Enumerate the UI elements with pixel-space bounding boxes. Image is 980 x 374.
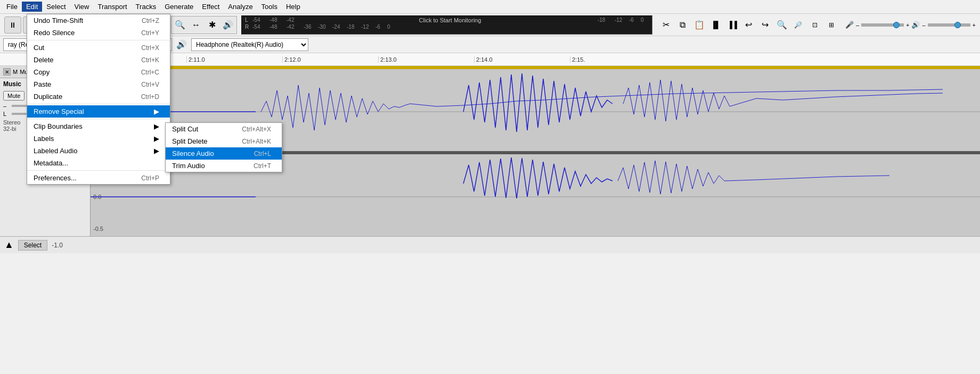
menu-undo[interactable]: Undo Time-Shift Ctrl+Z (27, 14, 170, 27)
menu-redo-shortcut: Ctrl+Y (141, 29, 159, 37)
menu-labeled-audio[interactable]: Labeled Audio ▶ (27, 145, 170, 157)
paste-icon[interactable]: 📋 (692, 18, 707, 32)
menu-duplicate-label: Duplicate (34, 93, 62, 101)
vu-r-label: R (245, 24, 250, 30)
vu-meter-area: L -54 -48 -42 Click to Start Monitoring … (241, 15, 652, 35)
multi-tool[interactable]: ✱ (205, 18, 219, 32)
vu-scale-neg42: -42 (287, 17, 303, 23)
menu-delete-shortcut: Ctrl+K (141, 56, 159, 64)
trim-audio-label: Trim Audio (172, 162, 205, 170)
mute-btn[interactable]: Mute (3, 91, 24, 101)
status-bar: ▲ Select -1.0 (0, 236, 980, 253)
menu-clip-label: Clip Boundaries (34, 122, 83, 130)
menu-labels[interactable]: Labels ▶ (27, 132, 170, 145)
input-plus: + (906, 22, 909, 28)
svg-text:-0.5: -0.5 (93, 226, 103, 232)
output-minus: – (922, 22, 925, 28)
output-slider[interactable] (928, 23, 970, 27)
menu-paste-shortcut: Ctrl+V (141, 81, 159, 88)
menu-remove-special[interactable]: Remove Special ▶ (27, 105, 170, 118)
silence-audio-shortcut: Ctrl+L (254, 150, 271, 157)
menu-copy[interactable]: Copy Ctrl+C (27, 66, 170, 78)
menu-tracks[interactable]: Tracks (132, 2, 161, 12)
ruler-mark-4: 2:14.0 (474, 56, 570, 63)
menu-edit[interactable]: Edit (22, 2, 42, 12)
zoom-in-icon[interactable]: 🔍 (774, 18, 789, 32)
output-plus: + (973, 22, 976, 28)
vu-scale-neg54: -54 (252, 17, 268, 23)
track-mute-btn[interactable]: M (13, 69, 18, 75)
menu-tools[interactable]: Tools (257, 2, 282, 12)
menu-copy-shortcut: Ctrl+C (141, 69, 159, 76)
right-toolbar: ✂ ⧉ 📋 ▐▌ ▐▐ ↩ ↪ 🔍 🔎 ⊡ ⊞ (657, 18, 841, 32)
undo-icon[interactable]: ↩ (741, 18, 756, 32)
vu-scale-neg6: -6 (629, 17, 640, 23)
vu-r-neg18: -18 (347, 24, 360, 30)
vu-l-label: L (245, 17, 250, 23)
menu-labels-label: Labels (34, 135, 54, 143)
vu-scale-neg18: -18 (598, 17, 614, 23)
silence-icon[interactable]: ▐▐ (725, 18, 740, 32)
silence-audio-label: Silence Audio (172, 149, 214, 157)
pause-btn[interactable]: ⏸ (4, 16, 21, 34)
split-delete-label: Split Delete (172, 137, 207, 145)
menu-delete-label: Delete (34, 56, 54, 64)
menu-metadata[interactable]: Metadata... (27, 157, 170, 169)
zoom-fit-icon[interactable]: ⊡ (807, 18, 822, 32)
split-cut-shortcut: Ctrl+Alt+X (242, 126, 271, 133)
vu-r-neg48: -48 (270, 24, 285, 30)
zoom-out-icon[interactable]: 🔎 (791, 18, 806, 32)
sep-3 (27, 119, 170, 119)
menu-view[interactable]: View (70, 2, 94, 12)
cut-icon[interactable]: ✂ (659, 18, 674, 32)
menu-silence-audio[interactable]: Silence Audio Ctrl+L (166, 147, 282, 160)
menu-analyze[interactable]: Analyze (224, 2, 257, 12)
menu-effect[interactable]: Effect (198, 2, 224, 12)
menu-split-cut[interactable]: Split Cut Ctrl+Alt+X (166, 123, 282, 135)
menu-select[interactable]: Select (42, 2, 70, 12)
menu-cut[interactable]: Cut Ctrl+X (27, 41, 170, 54)
menu-clip-boundaries[interactable]: Clip Boundaries ▶ (27, 120, 170, 132)
menu-preferences[interactable]: Preferences... Ctrl+P (27, 172, 170, 184)
trim-icon[interactable]: ▐▌ (708, 18, 723, 32)
speaker-output-icon[interactable]: 🔊 (175, 38, 188, 51)
vu-r-neg36: -36 (304, 24, 317, 30)
select-btn[interactable]: Select (18, 240, 47, 251)
menu-cut-shortcut: Ctrl+X (141, 44, 159, 52)
menu-split-delete[interactable]: Split Delete Ctrl+Alt+K (166, 135, 282, 147)
menu-transport[interactable]: Transport (93, 2, 131, 12)
menu-redo[interactable]: Redo Silence Ctrl+Y (27, 27, 170, 39)
output-device-select[interactable]: Headphone (Realtek(R) Audio) (191, 38, 308, 51)
ruler-mark-2: 2:12.0 (282, 56, 378, 63)
copy-icon[interactable]: ⧉ (675, 18, 690, 32)
vu-scale-neg48: -48 (270, 17, 285, 23)
ruler-mark-3: 2:13.0 (378, 56, 474, 63)
submenu-arrow-clip: ▶ (154, 122, 159, 130)
edit-menu-dropdown: Undo Time-Shift Ctrl+Z Redo Silence Ctrl… (27, 14, 170, 185)
click-to-monitor[interactable]: Click to Start Monitoring (304, 17, 597, 23)
record-tool[interactable]: 🔊 (220, 18, 235, 32)
track-close-btn[interactable]: ✕ (3, 68, 11, 76)
menu-paste[interactable]: Paste Ctrl+V (27, 78, 170, 90)
expand-icon[interactable]: ▲ (4, 239, 14, 251)
submenu-remove-special: Split Cut Ctrl+Alt+X Split Delete Ctrl+A… (165, 122, 282, 172)
menu-undo-shortcut: Ctrl+Z (142, 17, 159, 24)
timeshift-tool[interactable]: ↔ (189, 18, 203, 32)
menu-generate[interactable]: Generate (160, 2, 198, 12)
menu-duplicate[interactable]: Duplicate Ctrl+D (27, 90, 170, 103)
zoom-sel-icon[interactable]: ⊞ (824, 18, 839, 32)
pan-label: L (3, 111, 10, 117)
input-slider[interactable] (861, 23, 904, 27)
menu-file[interactable]: File (2, 2, 22, 12)
redo-icon[interactable]: ↪ (758, 18, 773, 32)
menu-delete[interactable]: Delete Ctrl+K (27, 54, 170, 66)
zoom-tool[interactable]: 🔍 (173, 18, 187, 32)
cursor-pos: -1.0 (52, 242, 63, 249)
menu-trim-audio[interactable]: Trim Audio Ctrl+T (166, 160, 282, 172)
sep-4 (27, 170, 170, 171)
ruler-mark-1: 2:11.0 (186, 56, 282, 63)
menu-help[interactable]: Help (282, 2, 305, 12)
menu-preferences-shortcut: Ctrl+P (141, 174, 159, 182)
trim-audio-shortcut: Ctrl+T (254, 162, 271, 170)
submenu-arrow-labeled: ▶ (154, 147, 159, 155)
